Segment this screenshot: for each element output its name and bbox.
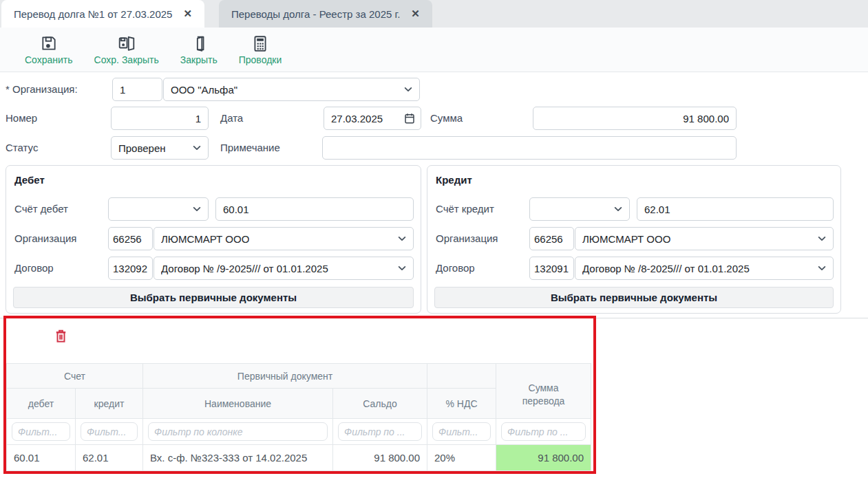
column-header-transfer-sum: Сумма перевода [496,364,591,419]
calendar-icon[interactable] [403,112,416,127]
debit-organization-select-value: ЛЮМСМАРТ ООО [161,233,249,245]
primary-documents-table: Счет Первичный документ Сумма перевода д… [6,363,591,471]
status-select-value: Проверен [118,142,166,154]
filter-sum-input[interactable] [501,422,586,441]
column-header-saldo: Сальдо [333,389,427,419]
tab-debt-transfers-registry[interactable]: Переводы долга - Реестр за 2025 г. ✕ [219,0,432,28]
credit-account-label: Счёт кредит [436,197,494,221]
save-and-close-button[interactable]: Сохр. Закрыть [89,32,165,68]
organization-code-input[interactable] [112,78,162,101]
credit-panel-title: Кредит [436,174,472,186]
calculator-icon [251,34,269,52]
sum-input[interactable] [533,107,737,130]
chevron-down-icon [403,85,413,94]
close-icon[interactable]: ✕ [411,8,420,20]
credit-contract-code-input[interactable] [529,257,574,280]
credit-contract-label: Договор [436,257,475,280]
tab-bar: Перевод долга №1 от 27.03.2025 ✕ Перевод… [0,0,868,28]
credit-organization-select-value: ЛЮМСМАРТ ООО [582,233,670,245]
note-input[interactable] [322,136,737,160]
group-header-empty [427,364,496,389]
group-header-account: Счет [7,364,143,389]
toolbar: Сохранить Сохр. Закрыть Закрыть [0,28,868,72]
debit-account-select[interactable] [108,197,209,221]
debit-contract-code-input[interactable] [108,257,153,280]
credit-contract-select-value: Договор № /8-2025/// от 01.01.2025 [582,263,750,274]
column-header-credit: кредит [76,389,143,419]
organization-select[interactable]: ООО "Альфа" [163,78,420,101]
documents-table-annotation-box: Счет Первичный документ Сумма перевода д… [3,316,596,474]
table-row[interactable]: 60.01 62.01 Вх. с-ф. №323-333 от 14.02.2… [7,445,591,471]
column-header-vat: % НДС [427,389,496,419]
credit-panel: Кредит Счёт кредит Организация ЛЮМСМАРТ … [427,165,841,314]
debit-panel-title: Дебет [14,174,45,186]
chevron-down-icon [397,234,407,243]
credit-organization-code-input[interactable] [529,227,574,250]
filter-saldo-input[interactable] [338,422,422,441]
cell-transfer-sum[interactable]: 91 800.00 [496,445,591,471]
debit-organization-code-input[interactable] [108,227,153,250]
debit-account-label: Счёт дебет [14,197,68,221]
note-label: Примечание [220,136,280,160]
group-header-primary-document: Первичный документ [143,364,427,389]
column-header-name: Наименование [143,389,333,419]
close-button[interactable]: Закрыть [175,32,223,68]
cell-debit-account: 60.01 [7,445,76,471]
cell-saldo: 91 800.00 [333,445,427,471]
debit-select-primary-docs-button[interactable]: Выбрать первичные документы [13,287,414,308]
number-input[interactable] [111,107,209,130]
floppy-door-icon [118,34,136,52]
tab-label: Перевод долга №1 от 27.03.2025 [14,8,172,20]
chevron-down-icon [192,143,202,153]
debit-contract-select-value: Договор № /9-2025/// от 01.01.2025 [161,263,328,274]
chevron-down-icon [613,204,623,214]
door-icon [190,34,208,52]
date-field [324,107,421,130]
close-button-label: Закрыть [180,54,218,65]
table-filter-row [7,419,591,445]
organization-label: * Организация: [6,78,78,101]
debit-contract-label: Договор [14,257,54,280]
tab-label: Переводы долга - Реестр за 2025 г. [231,8,400,20]
save-button-label: Сохранить [25,54,73,65]
organization-select-value: ООО "Альфа" [171,84,237,96]
trash-icon [53,328,69,344]
floppy-disk-icon [40,34,58,52]
credit-account-input[interactable] [637,197,834,221]
status-select[interactable]: Проверен [111,136,209,160]
filter-name-input[interactable] [148,422,328,441]
chevron-down-icon [817,234,827,243]
close-icon[interactable]: ✕ [183,8,192,20]
chevron-down-icon [397,263,407,273]
credit-organization-label: Организация [436,227,498,250]
postings-button[interactable]: Проводки [233,32,288,68]
debit-organization-select[interactable]: ЛЮМСМАРТ ООО [154,227,414,250]
credit-organization-select[interactable]: ЛЮМСМАРТ ООО [575,227,834,250]
filter-vat-input[interactable] [432,422,491,441]
postings-button-label: Проводки [239,54,282,65]
credit-select-primary-docs-button[interactable]: Выбрать первичные документы [434,287,834,308]
credit-contract-select[interactable]: Договор № /8-2025/// от 01.01.2025 [575,257,834,280]
delete-row-button[interactable] [50,325,71,346]
debit-panel: Дебет Счёт дебет Организация ЛЮМСМАРТ ОО… [6,165,421,314]
column-header-debit: дебет [7,389,76,419]
debit-account-input[interactable] [215,197,414,221]
filter-credit-input[interactable] [81,422,138,441]
cell-vat: 20% [427,445,496,471]
debit-organization-label: Организация [14,227,76,250]
status-label: Статус [6,136,38,160]
filter-debit-input[interactable] [12,422,70,441]
cell-document-name: Вх. с-ф. №323-333 от 14.02.2025 [143,445,333,471]
document-page: Перевод долга №1 от 27.03.2025 ✕ Перевод… [0,0,868,478]
chevron-down-icon [192,204,202,214]
save-and-close-button-label: Сохр. Закрыть [94,54,159,65]
credit-account-select[interactable] [529,197,630,221]
chevron-down-icon [817,263,827,273]
number-label: Номер [6,107,37,130]
table-group-header-row: Счет Первичный документ Сумма перевода [7,364,591,389]
tab-debt-transfer-document[interactable]: Перевод долга №1 от 27.03.2025 ✕ [1,0,204,28]
save-button[interactable]: Сохранить [19,32,78,68]
cell-credit-account: 62.01 [76,445,143,471]
debit-contract-select[interactable]: Договор № /9-2025/// от 01.01.2025 [154,257,414,280]
sum-label: Сумма [430,107,463,130]
